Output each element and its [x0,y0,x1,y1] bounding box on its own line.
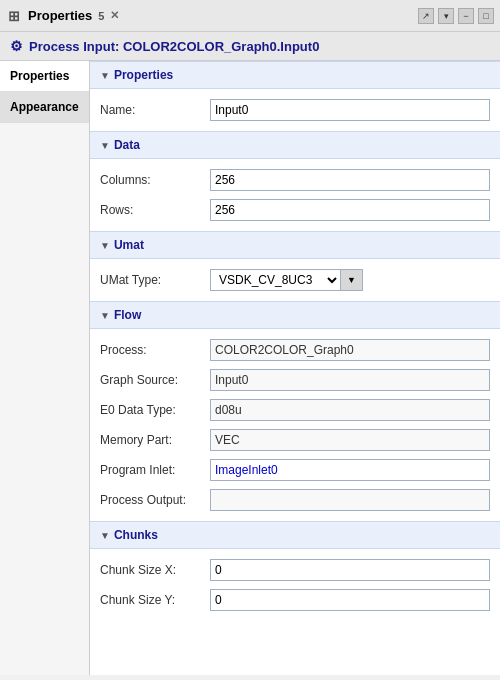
flow-section: ▼ Flow Process: Graph Source: E0 [90,301,500,521]
chunks-section-header[interactable]: ▼ Chunks [90,521,500,549]
sidebar-item-properties[interactable]: Properties [0,61,89,92]
chunk-size-y-input[interactable] [210,589,490,611]
umat-section-label: Umat [114,238,144,252]
process-output-row: Process Output: [90,485,500,515]
graph-source-label: Graph Source: [100,373,210,387]
process-row: Process: [90,335,500,365]
umat-type-select[interactable]: VSDK_CV_8UC3 VSDK_CV_8UC1 VSDK_CV_16UC1 [210,269,341,291]
program-inlet-value [210,459,490,481]
title-bar-left: ⊞ Properties 5 ✕ [6,8,119,24]
process-label: Process Input: COLOR2COLOR_Graph0.Input0 [29,39,319,54]
rows-value [210,199,490,221]
memory-part-row: Memory Part: [90,425,500,455]
chunks-section: ▼ Chunks Chunk Size X: Chunk Size Y: [90,521,500,621]
e0-data-type-row: E0 Data Type: [90,395,500,425]
memory-part-value [210,429,490,451]
title-tab-number: 5 [98,10,104,22]
graph-source-value [210,369,490,391]
columns-row: Columns: [90,165,500,195]
minimize-button[interactable]: − [458,8,474,24]
properties-section-header[interactable]: ▼ Properties [90,61,500,89]
columns-label: Columns: [100,173,210,187]
program-inlet-input[interactable] [210,459,490,481]
process-header: ⚙ Process Input: COLOR2COLOR_Graph0.Inpu… [0,32,500,61]
chunk-size-x-label: Chunk Size X: [100,563,210,577]
flow-arrow-icon: ▼ [100,310,110,321]
flow-section-label: Flow [114,308,141,322]
properties-section: ▼ Properties Name: [90,61,500,131]
title-label: Properties [28,8,92,23]
data-section: ▼ Data Columns: Rows: [90,131,500,231]
e0-data-type-label: E0 Data Type: [100,403,210,417]
sidebar-item-appearance[interactable]: Appearance [0,92,89,123]
graph-source-input[interactable] [210,369,490,391]
program-inlet-row: Program Inlet: [90,455,500,485]
chunk-size-x-value [210,559,490,581]
chunk-size-x-input[interactable] [210,559,490,581]
process-output-input[interactable] [210,489,490,511]
umat-form-rows: UMat Type: VSDK_CV_8UC3 VSDK_CV_8UC1 VSD… [90,259,500,301]
chunk-size-y-row: Chunk Size Y: [90,585,500,615]
main-layout: Properties Appearance ▼ Properties Name: [0,61,500,675]
maximize-button[interactable]: □ [478,8,494,24]
export-button[interactable]: ↗ [418,8,434,24]
process-input[interactable] [210,339,490,361]
chunk-size-y-value [210,589,490,611]
properties-section-label: Properties [114,68,173,82]
columns-value [210,169,490,191]
umat-section: ▼ Umat UMat Type: VSDK_CV_8UC3 VSDK_CV_8… [90,231,500,301]
data-arrow-icon: ▼ [100,140,110,151]
chunks-arrow-icon: ▼ [100,530,110,541]
data-section-label: Data [114,138,140,152]
sidebar: Properties Appearance [0,61,90,675]
memory-part-label: Memory Part: [100,433,210,447]
umat-arrow-icon: ▼ [100,240,110,251]
umat-type-dropdown-btn[interactable]: ▼ [341,269,363,291]
title-close[interactable]: ✕ [110,9,119,22]
e0-data-type-input[interactable] [210,399,490,421]
data-form-rows: Columns: Rows: [90,159,500,231]
process-icon: ⚙ [10,38,23,54]
process-value [210,339,490,361]
program-inlet-label: Program Inlet: [100,463,210,477]
umat-type-value: VSDK_CV_8UC3 VSDK_CV_8UC1 VSDK_CV_16UC1 … [210,269,490,291]
chunk-size-x-row: Chunk Size X: [90,555,500,585]
properties-arrow-icon: ▼ [100,70,110,81]
graph-source-row: Graph Source: [90,365,500,395]
chunk-size-y-label: Chunk Size Y: [100,593,210,607]
process-output-label: Process Output: [100,493,210,507]
title-bar-controls: ↗ ▾ − □ [418,8,494,24]
name-input[interactable] [210,99,490,121]
properties-form-rows: Name: [90,89,500,131]
memory-part-input[interactable] [210,429,490,451]
name-row: Name: [90,95,500,125]
chunks-form-rows: Chunk Size X: Chunk Size Y: [90,549,500,621]
umat-section-header[interactable]: ▼ Umat [90,231,500,259]
flow-section-header[interactable]: ▼ Flow [90,301,500,329]
menu-button[interactable]: ▾ [438,8,454,24]
rows-input[interactable] [210,199,490,221]
data-section-header[interactable]: ▼ Data [90,131,500,159]
rows-row: Rows: [90,195,500,225]
columns-input[interactable] [210,169,490,191]
name-label: Name: [100,103,210,117]
rows-label: Rows: [100,203,210,217]
name-value [210,99,490,121]
title-bar: ⊞ Properties 5 ✕ ↗ ▾ − □ [0,0,500,32]
flow-form-rows: Process: Graph Source: E0 Data Type: [90,329,500,521]
umat-type-label: UMat Type: [100,273,210,287]
process-label: Process: [100,343,210,357]
content-area: ▼ Properties Name: ▼ Data Columns: [90,61,500,675]
process-output-value [210,489,490,511]
umat-type-row: UMat Type: VSDK_CV_8UC3 VSDK_CV_8UC1 VSD… [90,265,500,295]
chunks-section-label: Chunks [114,528,158,542]
properties-icon: ⊞ [6,8,22,24]
e0-data-type-value [210,399,490,421]
